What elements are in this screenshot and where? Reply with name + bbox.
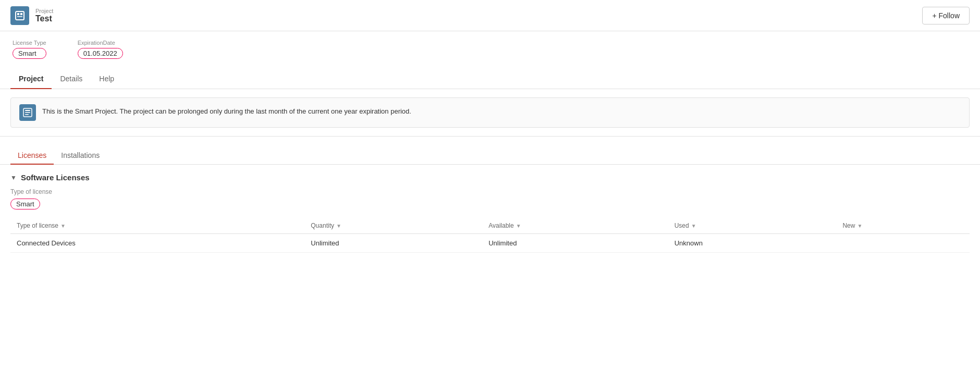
app-title-group: Project Test — [35, 8, 53, 23]
svg-rect-7 — [25, 114, 29, 115]
cell-used: Unknown — [668, 234, 837, 253]
col-chevron-new: ▼ — [857, 223, 862, 229]
app-logo — [10, 6, 29, 25]
tab-help[interactable]: Help — [91, 69, 123, 89]
main-content: Licenses Installations ▼ Software Licens… — [0, 141, 980, 349]
type-of-license-header-label: Type of license — [10, 188, 970, 195]
col-chevron-type: ▼ — [60, 223, 66, 229]
table-row: Connected Devices Unlimited Unlimited Un… — [10, 234, 970, 253]
license-type-label: License Type — [13, 40, 46, 46]
tab-details[interactable]: Details — [52, 69, 91, 89]
software-licenses-section: ▼ Software Licenses Type of license Smar… — [0, 165, 980, 261]
info-icon — [19, 104, 36, 121]
section-header: ▼ Software Licenses — [10, 173, 970, 182]
follow-button[interactable]: + Follow — [922, 7, 970, 24]
type-of-license-badge[interactable]: Smart — [10, 199, 40, 209]
cell-type: Connected Devices — [10, 234, 304, 253]
app-header: Project Test + Follow — [0, 0, 980, 31]
cell-quantity: Unlimited — [304, 234, 482, 253]
tab-licenses[interactable]: Licenses — [10, 147, 54, 165]
divider — [0, 136, 980, 137]
license-type-value[interactable]: Smart — [13, 48, 46, 59]
cell-new — [836, 234, 970, 253]
svg-rect-0 — [16, 11, 24, 20]
col-chevron-quantity: ▼ — [336, 223, 341, 229]
svg-rect-3 — [17, 16, 22, 17]
col-header-used[interactable]: Used ▼ — [668, 218, 837, 234]
svg-rect-1 — [17, 13, 19, 15]
tab-installations[interactable]: Installations — [54, 147, 107, 165]
project-subtitle: Project — [35, 8, 53, 14]
cell-available: Unlimited — [482, 234, 668, 253]
top-tabs: Project Details Help — [0, 69, 980, 89]
col-header-new[interactable]: New ▼ — [836, 218, 970, 234]
svg-rect-2 — [20, 13, 22, 15]
expiration-date-label: ExpirationDate — [78, 40, 123, 46]
project-name: Test — [35, 14, 53, 23]
svg-rect-6 — [25, 112, 30, 113]
meta-area: License Type Smart ExpirationDate 01.05.… — [0, 31, 980, 67]
info-box: This is the Smart Project. The project c… — [10, 97, 970, 128]
tab-project[interactable]: Project — [10, 69, 52, 89]
info-text: This is the Smart Project. The project c… — [42, 104, 411, 117]
col-header-available[interactable]: Available ▼ — [482, 218, 668, 234]
col-header-quantity[interactable]: Quantity ▼ — [304, 218, 482, 234]
svg-rect-5 — [25, 110, 30, 111]
expiration-date-field: ExpirationDate 01.05.2022 — [78, 40, 123, 59]
col-chevron-used: ▼ — [691, 223, 696, 229]
col-header-type[interactable]: Type of license ▼ — [10, 218, 304, 234]
collapse-icon[interactable]: ▼ — [10, 174, 17, 181]
section-title: Software Licenses — [21, 173, 90, 182]
expiration-date-value: 01.05.2022 — [78, 48, 123, 59]
col-chevron-available: ▼ — [516, 223, 521, 229]
license-table: Type of license ▼ Quantity ▼ Available — [10, 218, 970, 253]
sub-tabs: Licenses Installations — [0, 141, 980, 165]
license-type-field: License Type Smart — [13, 40, 46, 59]
header-left: Project Test — [10, 6, 53, 25]
